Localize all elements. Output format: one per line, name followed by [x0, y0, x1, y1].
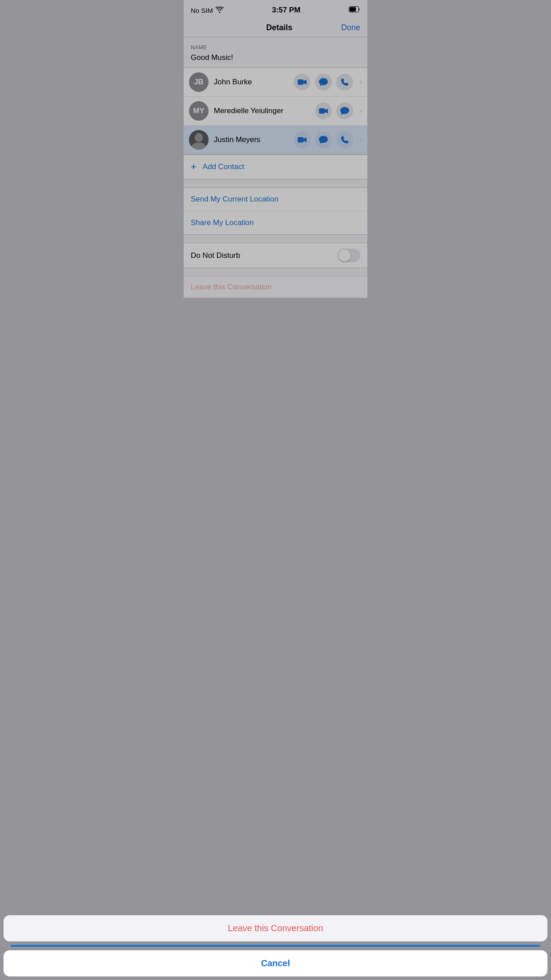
location-section: Send My Current Location Share My Locati… [184, 187, 367, 235]
avatar-meredielle: MY [189, 101, 209, 121]
avatar-justin [189, 130, 209, 150]
name-section: NAME Good Music! [184, 37, 367, 66]
video-call-justin-button[interactable] [294, 131, 311, 148]
add-contact-row[interactable]: + Add Contact [184, 154, 367, 179]
contact-actions-john-burke: › [294, 74, 362, 91]
navigation-bar: Details Done [184, 20, 367, 37]
contact-name-john-burke: John Burke [214, 78, 294, 87]
add-contact-label: Add Contact [203, 162, 244, 171]
video-call-john-burke-button[interactable] [294, 74, 311, 91]
phone-john-burke-button[interactable] [336, 74, 353, 91]
do-not-disturb-section: Do Not Disturb [184, 243, 367, 268]
video-call-meredielle-button[interactable] [315, 103, 332, 119]
send-location-row[interactable]: Send My Current Location [184, 188, 367, 211]
message-meredielle-button[interactable] [336, 103, 353, 119]
leave-conversation-background-text: Leave this Conversation [191, 283, 272, 291]
page-title: Details [266, 23, 292, 32]
group-name-value: Good Music! [191, 53, 360, 62]
contact-row-meredielle[interactable]: MY Meredielle Yeiulinger › [184, 97, 367, 126]
avatar-john-burke: JB [189, 72, 209, 92]
svg-rect-3 [319, 108, 325, 114]
toggle-knob [338, 249, 350, 261]
leave-section-background: Leave this Conversation [184, 276, 367, 298]
status-bar: No SIM 3:57 PM [184, 0, 367, 20]
done-button[interactable]: Done [341, 23, 360, 32]
share-location-row[interactable]: Share My Location [184, 211, 367, 234]
send-location-button[interactable]: Send My Current Location [191, 195, 279, 203]
share-location-button[interactable]: Share My Location [191, 218, 254, 227]
chevron-john-burke: › [359, 78, 362, 87]
contact-row-justin[interactable]: Justin Meyers [184, 126, 367, 154]
chevron-justin: › [359, 135, 362, 144]
dnd-label: Do Not Disturb [191, 251, 240, 260]
battery-indicator [349, 6, 360, 14]
svg-rect-7 [298, 137, 303, 142]
dnd-toggle[interactable] [338, 249, 360, 262]
svg-point-5 [195, 133, 203, 142]
carrier-wifi: No SIM [191, 7, 224, 14]
chevron-meredielle: › [359, 107, 362, 115]
carrier-label: No SIM [191, 7, 213, 14]
contact-name-meredielle: Meredielle Yeiulinger [214, 107, 315, 115]
message-john-burke-button[interactable] [315, 74, 332, 91]
contact-actions-meredielle: › [315, 103, 362, 119]
add-icon: + [191, 161, 197, 173]
wifi-icon [216, 7, 224, 14]
content-area: NAME Good Music! JB John Burke [184, 37, 367, 298]
message-justin-button[interactable] [315, 131, 332, 148]
contact-name-justin: Justin Meyers [214, 135, 294, 144]
time-display: 3:57 PM [272, 6, 300, 15]
svg-rect-2 [298, 79, 303, 85]
svg-rect-1 [350, 7, 356, 12]
contact-row-john-burke[interactable]: JB John Burke [184, 68, 367, 97]
name-section-label: NAME [191, 44, 360, 51]
contact-actions-justin: › [294, 131, 362, 148]
battery-icon [349, 6, 360, 14]
contacts-list: JB John Burke [184, 67, 367, 154]
phone-justin-button[interactable] [336, 131, 353, 148]
